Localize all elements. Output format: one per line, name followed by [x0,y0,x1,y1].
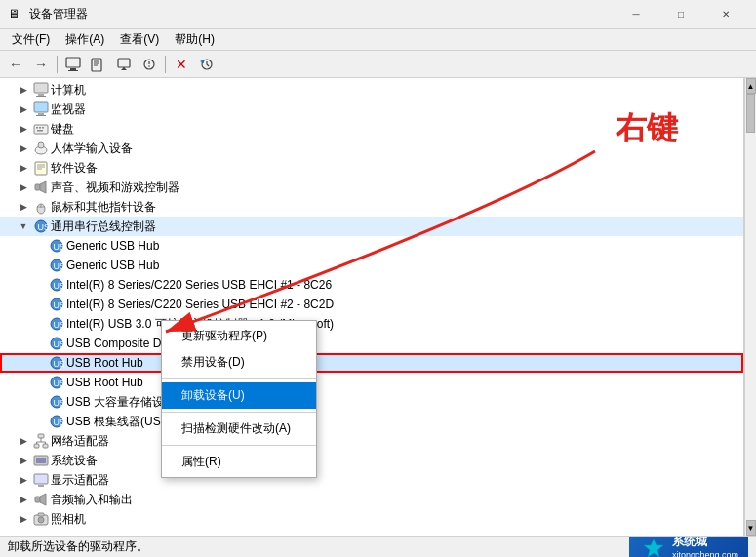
expand-usb3-hub [31,414,47,429]
svg-point-12 [148,65,150,67]
tree-item-system[interactable]: ▶ 系统设备 [0,451,743,470]
app-icon: 🖥 [8,7,23,22]
expand-mouse[interactable]: ▶ [16,199,31,215]
expand-intel-usb3 [31,316,47,332]
expand-monitor[interactable]: ▶ [16,101,31,117]
software-icon [33,160,49,176]
usb-icon-root-hub-1: USB [49,355,64,371]
system-icon [33,453,49,468]
tree-item-keyboard[interactable]: ▶ 键盘 [0,119,743,139]
properties-button[interactable] [87,54,110,75]
vertical-scrollbar[interactable]: ▲ ▼ [744,78,756,536]
expand-keyboard[interactable]: ▶ [16,121,31,137]
rollback-button[interactable] [195,54,219,75]
close-button[interactable]: ✕ [703,0,748,29]
expand-audio[interactable]: ▶ [16,179,31,195]
tree-item-audio[interactable]: ▶ 声音、视频和游戏控制器 [0,178,743,197]
tree-item-usb-root-hub-1[interactable]: USB USB Root Hub [0,353,743,373]
watermark-line2: xitongcheng.com [672,550,738,557]
tree-item-monitor[interactable]: ▶ 监视器 [0,99,743,119]
svg-rect-23 [39,127,41,129]
tree-item-intel-ehci-2[interactable]: USB Intel(R) 8 Series/C220 Series USB EH… [0,295,743,314]
tree-item-audio-io[interactable]: ▶ 音频输入和输出 [0,490,743,509]
tree-item-usb-controller[interactable]: ▼ USB 通用串行总线控制器 [0,217,743,236]
maximize-button[interactable]: □ [658,0,703,29]
expand-camera[interactable]: ▶ [16,511,31,527]
expand-network[interactable]: ▶ [16,433,31,449]
minimize-button[interactable]: ─ [614,0,658,29]
tree-item-display[interactable]: ▶ 显示适配器 [0,470,743,490]
watermark-logo [639,537,668,557]
titlebar: 🖥 设备管理器 ─ □ ✕ [0,0,756,29]
expand-hid[interactable]: ▶ [16,140,31,156]
ctx-update-driver[interactable]: 更新驱动程序(P) [162,323,316,349]
scroll-down[interactable]: ▼ [746,520,756,536]
device-tree[interactable]: ▶ 计算机 ▶ 监视器 ▶ 键盘 ▶ [0,78,744,536]
expand-root-hub-1 [31,355,47,371]
scroll-up[interactable]: ▲ [746,78,756,94]
keyboard-icon [33,121,49,137]
svg-rect-17 [36,96,46,97]
expand-audio-io[interactable]: ▶ [16,492,31,507]
tree-item-usb3-hub[interactable]: USB USB 根集线器(USB 3.0) [0,412,743,431]
window-title: 设备管理器 [29,6,614,22]
tree-item-composite[interactable]: USB USB Composite Device [0,334,743,353]
menu-action[interactable]: 操作(A) [58,29,112,50]
menu-file[interactable]: 文件(F) [4,29,58,50]
tree-item-usb-root-hub-2[interactable]: USB USB Root Hub [0,373,743,392]
update-driver-button[interactable] [112,54,136,75]
context-menu: 更新驱动程序(P) 禁用设备(D) 卸载设备(U) 扫描检测硬件改动(A) 属性… [161,320,317,478]
menu-view[interactable]: 查看(V) [112,29,167,50]
svg-text:USB: USB [54,378,65,388]
label-root-hub-1: USB Root Hub [66,356,143,370]
svg-text:USB: USB [54,300,65,310]
menu-help[interactable]: 帮助(H) [167,29,222,50]
ctx-properties[interactable]: 属性(R) [162,449,316,475]
tree-item-software[interactable]: ▶ 软件设备 [0,158,743,178]
tree-item-generic-hub-2[interactable]: USB Generic USB Hub [0,256,743,275]
forward-button[interactable]: → [29,54,53,75]
tree-item-hid[interactable]: ▶ 人体学输入设备 [0,139,743,158]
svg-rect-1 [70,68,76,70]
svg-rect-0 [66,58,80,67]
expand-composite [31,336,47,351]
tree-item-intel-ehci-1[interactable]: USB Intel(R) 8 Series/C220 Series USB EH… [0,275,743,295]
ctx-disable-device[interactable]: 禁用设备(D) [162,349,316,376]
svg-text:USB: USB [54,418,65,427]
usb-icon-mass: USB [49,394,64,410]
usb-icon-usb3-hub: USB [49,414,64,429]
label-software: 软件设备 [51,160,98,177]
expand-system[interactable]: ▶ [16,453,31,468]
tree-item-computer[interactable]: ▶ 计算机 [0,80,743,99]
ctx-sep-2 [162,412,316,413]
expand-software[interactable]: ▶ [16,160,31,176]
tree-item-camera[interactable]: ▶ 照相机 [0,509,743,529]
ctx-uninstall-device[interactable]: 卸载设备(U) [162,382,316,409]
tree-item-mouse[interactable]: ▶ 鼠标和其他指针设备 [0,197,743,217]
label-network: 网络适配器 [51,433,109,450]
uninstall-button[interactable]: ✕ [170,54,193,75]
label-intel-ehci-1: Intel(R) 8 Series/C220 Series USB EHCI #… [66,278,332,292]
svg-rect-61 [43,444,48,448]
tree-item-intel-usb3[interactable]: USB Intel(R) USB 3.0 可扩展主机控制器 - 1.0 (Mic… [0,314,743,334]
usb-icon-composite: USB [49,336,64,351]
tree-item-network[interactable]: ▶ 网络适配器 [0,431,743,451]
network-icon [33,433,49,449]
label-display: 显示适配器 [51,472,109,489]
scroll-thumb[interactable] [746,94,755,133]
svg-text:USB: USB [54,339,65,349]
expand-display[interactable]: ▶ [16,472,31,488]
svg-point-27 [38,142,44,148]
scan-button[interactable] [138,54,161,75]
svg-rect-15 [34,83,48,93]
label-mouse: 鼠标和其他指针设备 [51,199,156,216]
computer-button[interactable] [61,54,85,75]
usb-icon-root-hub-2: USB [49,375,64,390]
tree-item-generic-hub-1[interactable]: USB Generic USB Hub [0,236,743,256]
tree-item-mass-storage[interactable]: USB USB 大容量存储设备 [0,392,743,412]
label-mass-storage: USB 大容量存储设备 [66,394,176,411]
back-button[interactable]: ← [4,54,27,75]
expand-computer[interactable]: ▶ [16,82,31,98]
expand-usb[interactable]: ▼ [16,219,31,234]
ctx-scan-hardware[interactable]: 扫描检测硬件改动(A) [162,416,316,442]
